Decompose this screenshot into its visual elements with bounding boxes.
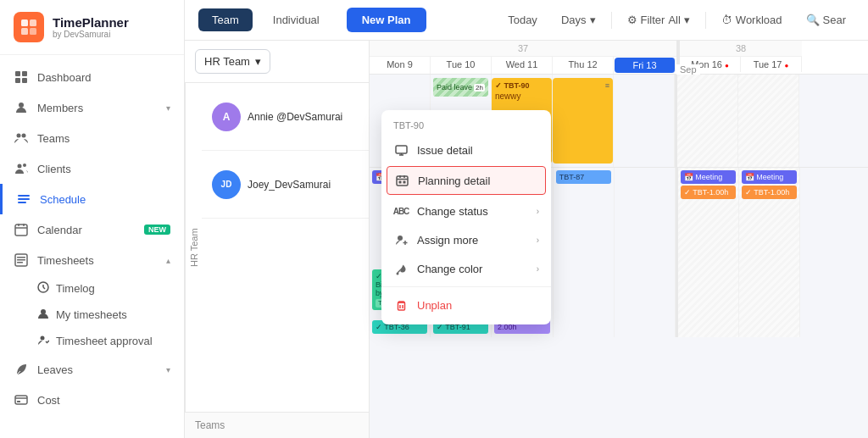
workload-button[interactable]: ⏱ Workload — [713, 8, 791, 31]
calendar-badge: NEW — [144, 225, 170, 235]
team-tab[interactable]: Team — [198, 8, 253, 31]
cell-joey-fri13 — [615, 168, 676, 337]
svg-rect-30 — [15, 396, 27, 404]
cell-annie-mon16 — [677, 75, 738, 167]
event-tbt87-cont[interactable]: TBT-87 — [556, 170, 611, 184]
svg-rect-23 — [17, 262, 23, 263]
dashboard-icon — [14, 69, 29, 85]
timelog-label: Timelog — [56, 282, 95, 295]
clients-icon — [14, 161, 29, 176]
event-meeting-tue17[interactable]: 📅 Meeting — [742, 170, 797, 184]
timesheets-label: Timesheets — [37, 254, 158, 267]
team-selector-label: HR Team — [204, 55, 250, 68]
context-menu-issue-detail[interactable]: Issue detail — [381, 136, 551, 164]
context-menu-change-status[interactable]: ABC Change status › — [381, 197, 551, 225]
sidebar-item-timelog[interactable]: Timelog — [37, 275, 184, 302]
event-tbt90-cont[interactable]: ≡ — [553, 78, 613, 164]
clients-label: Clients — [37, 163, 170, 175]
sidebar-item-schedule[interactable]: Schedule — [0, 184, 184, 214]
person-plus-icon — [393, 232, 409, 247]
teams-icon — [14, 130, 29, 146]
svg-rect-13 — [18, 195, 30, 197]
sidebar-item-members[interactable]: Members ▾ — [0, 92, 184, 123]
timelog-icon — [37, 281, 49, 296]
cost-icon — [14, 392, 29, 408]
days-dropdown[interactable]: Days ▾ — [553, 8, 604, 31]
day-header-fri13: Fri 13 — [615, 58, 676, 73]
members-label: Members — [37, 102, 158, 114]
change-color-arrow: › — [537, 264, 539, 274]
brand-info: TimePlanner by DevSamurai — [53, 15, 129, 39]
svg-rect-4 — [15, 71, 20, 76]
timesheets-submenu: Timelog My timesheets — [0, 275, 184, 354]
sidebar-item-timesheet-approval[interactable]: Timesheet approval — [37, 328, 184, 354]
brand-name: TimePlanner — [53, 15, 129, 30]
trash-icon — [393, 297, 409, 313]
dashboard-label: Dashboard — [37, 71, 170, 84]
context-menu-planning-detail[interactable]: Planning detail — [387, 166, 546, 195]
sidebar-item-dashboard[interactable]: Dashboard — [0, 62, 184, 92]
all-label: All — [668, 14, 680, 26]
search-button[interactable]: 🔍 Sear — [798, 8, 854, 31]
sidebar-item-timesheets[interactable]: Timesheets ▴ — [0, 245, 184, 275]
sidebar: TimePlanner by DevSamurai Dashboard — [0, 0, 185, 438]
sidebar-item-leaves[interactable]: Leaves ▾ — [0, 354, 184, 385]
context-menu-title: TBT-90 — [381, 115, 551, 136]
svg-point-11 — [18, 164, 22, 169]
svg-point-42 — [398, 236, 403, 241]
days-chevron: ▾ — [590, 14, 596, 26]
event-meeting-mon16[interactable]: 📅 Meeting — [681, 170, 736, 184]
member-row-joey: JD Joey_DevSamurai — [202, 151, 369, 219]
sidebar-item-teams[interactable]: Teams — [0, 123, 184, 153]
context-menu-unplan[interactable]: Unplan — [381, 291, 551, 319]
context-menu-change-color[interactable]: Change color › — [381, 254, 551, 283]
abc-icon: ABC — [393, 203, 409, 219]
svg-point-10 — [22, 134, 26, 138]
cell-joey-tue17: 📅 Meeting ✓ TBT-1.00h — [739, 168, 800, 337]
svg-point-9 — [17, 134, 21, 138]
teams-label: Teams — [37, 132, 170, 145]
sidebar-item-clients[interactable]: Clients — [0, 153, 184, 184]
svg-rect-1 — [30, 19, 36, 26]
svg-rect-15 — [18, 202, 26, 203]
search-icon: 🔍 — [806, 14, 820, 26]
change-status-label: Change status — [417, 205, 488, 218]
new-plan-button[interactable]: New Plan — [347, 8, 426, 32]
svg-rect-36 — [397, 176, 408, 186]
svg-point-12 — [23, 164, 26, 167]
event-paid-leave-annie[interactable]: Paid leave2h — [433, 78, 488, 97]
leaves-chevron: ▾ — [166, 365, 170, 374]
timesheet-approval-label: Timesheet approval — [56, 335, 153, 347]
svg-rect-6 — [15, 78, 20, 83]
avatar-annie: A — [212, 103, 241, 131]
leaves-label: Leaves — [37, 363, 158, 376]
event-tbt85-tue17[interactable]: ✓ TBT-1.00h — [742, 186, 797, 199]
days-label: Days — [561, 14, 587, 26]
topbar-divider — [611, 12, 612, 29]
paint-icon — [393, 261, 409, 276]
svg-line-26 — [43, 287, 45, 289]
timesheets-icon — [14, 252, 29, 268]
individual-tab[interactable]: Individual — [259, 8, 333, 31]
avatar-joey: JD — [212, 170, 241, 199]
monitor-icon — [393, 142, 409, 158]
planning-detail-label: Planning detail — [418, 175, 490, 187]
event-tbt85-mon16[interactable]: ✓ TBT-1.00h — [681, 186, 736, 199]
unplan-label: Unplan — [417, 299, 452, 312]
sidebar-item-calendar[interactable]: Calendar NEW — [0, 214, 184, 245]
my-timesheets-label: My timesheets — [56, 308, 127, 321]
day-header-mon9: Mon 9 — [370, 57, 431, 74]
context-menu-assign-more[interactable]: Assign more › — [381, 225, 551, 254]
change-color-label: Change color — [417, 263, 482, 275]
sidebar-item-cost[interactable]: Cost — [0, 385, 184, 415]
members-chevron: ▾ — [166, 103, 170, 113]
filter-button[interactable]: ⚙ Filter All ▾ — [619, 8, 698, 31]
sidebar-item-my-timesheets[interactable]: My timesheets — [37, 302, 184, 328]
svg-rect-2 — [21, 28, 28, 35]
team-selector[interactable]: HR Team ▾ — [195, 49, 270, 74]
change-status-arrow: › — [537, 207, 539, 216]
main-content: Team Individual New Plan Today Days ▾ ⚙ … — [185, 0, 868, 438]
today-button[interactable]: Today — [499, 8, 546, 31]
member-name-joey: Joey_DevSamurai — [248, 179, 331, 191]
svg-rect-5 — [22, 71, 27, 76]
